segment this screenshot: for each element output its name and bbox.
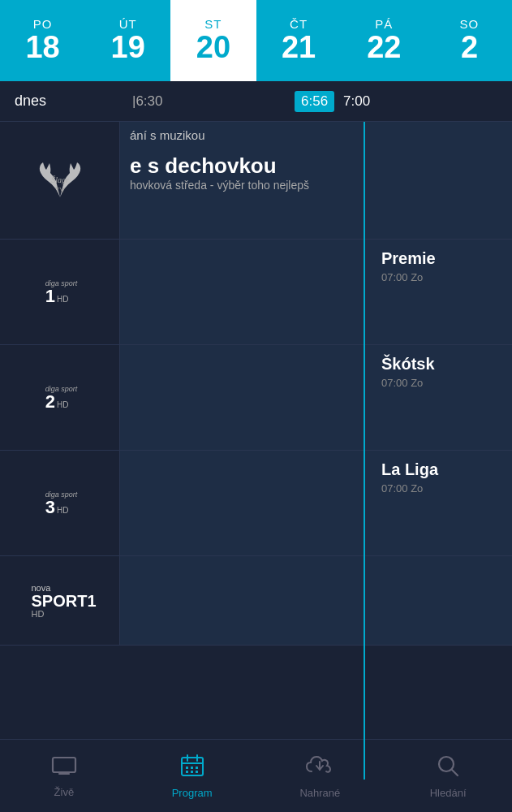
digi2-logo-area: diga sport 2 HD — [0, 345, 120, 450]
time-630: |6:30 — [124, 93, 163, 110]
digi1-prog-title: Premie — [381, 249, 504, 268]
nav-recorded-label: Nahrané — [299, 787, 340, 799]
stag-logo-area: Šlagr TV — [0, 122, 120, 239]
svg-line-17 — [452, 770, 458, 775]
stag-first-program: ání s muzikou — [120, 122, 512, 145]
novasport1-logo-area: nova SPORT1 HD — [0, 556, 120, 645]
digi3-logo-area: diga sport 3 HD — [0, 451, 120, 555]
nav-live-label: Živě — [54, 786, 75, 798]
day-ct[interactable]: ČT 21 — [256, 0, 342, 81]
content-area: Šlagr TV ání s muzikou e s dechovkou hov… — [0, 122, 512, 780]
day-header: PO 18 ÚT 19 ST 20 ČT 21 PÁ 22 SO 2 — [0, 0, 512, 81]
day-so[interactable]: SO 2 — [427, 0, 512, 81]
nav-search[interactable]: Hledání — [384, 754, 512, 799]
digi1-empty-block — [120, 240, 372, 344]
cloud-icon — [305, 754, 334, 784]
digi1-prog-time: 07:00 Zo — [381, 271, 504, 283]
bottom-nav: Živě Program — [0, 739, 512, 812]
stag-prog-subtitle: hovková středa - výběr toho nejlepš — [130, 179, 502, 192]
day-ut[interactable]: ÚT 19 — [85, 0, 170, 81]
svg-rect-12 — [186, 771, 188, 773]
nav-recorded[interactable]: Nahrané — [256, 754, 385, 799]
channel-row-stag[interactable]: Šlagr TV ání s muzikou e s dechovkou hov… — [0, 122, 512, 240]
svg-rect-11 — [196, 767, 198, 769]
day-pa[interactable]: PÁ 22 — [342, 0, 427, 81]
calendar-icon — [180, 754, 204, 784]
timeline-times: |6:30 6:56 7:00 — [120, 81, 512, 121]
time-current: 6:56 — [295, 91, 334, 112]
svg-rect-10 — [191, 767, 193, 769]
day-po[interactable]: PO 18 — [0, 0, 85, 81]
search-icon — [436, 754, 460, 784]
novasport1-program-area[interactable] — [120, 556, 512, 645]
nav-program[interactable]: Program — [128, 754, 256, 799]
svg-rect-14 — [196, 771, 198, 773]
digi1-program-area[interactable]: Premie 07:00 Zo — [120, 240, 512, 344]
digi3-program-card[interactable]: La Liga 07:00 Zo — [372, 451, 512, 555]
time-700: 7:00 — [343, 93, 370, 110]
digi2-prog-title: Škótsk — [381, 355, 504, 374]
digi2-empty-block — [120, 345, 372, 450]
channel-row-digi3[interactable]: diga sport 3 HD La Liga 07:00 Zo — [0, 451, 512, 556]
svg-text:Šlagr: Šlagr — [51, 175, 69, 184]
svg-rect-9 — [186, 767, 188, 769]
novasport1-logo: nova SPORT1 HD — [23, 583, 96, 619]
today-label: dnes — [0, 93, 120, 110]
tv-icon — [51, 754, 77, 783]
digi2-prog-time: 07:00 Zo — [381, 377, 504, 389]
channel-row-digi1[interactable]: diga sport 1 HD Premie 07:00 Zo — [0, 240, 512, 345]
digi3-program-area[interactable]: La Liga 07:00 Zo — [120, 451, 512, 555]
nav-search-label: Hledání — [430, 787, 467, 799]
stag-program-area[interactable]: ání s muzikou e s dechovkou hovková stře… — [120, 122, 512, 239]
digi2-program-card[interactable]: Škótsk 07:00 Zo — [372, 345, 512, 450]
nav-program-label: Program — [172, 787, 213, 799]
nav-live[interactable]: Živě — [0, 754, 128, 798]
svg-rect-2 — [53, 758, 75, 772]
svg-rect-13 — [191, 771, 193, 773]
digi3-prog-title: La Liga — [381, 460, 504, 479]
svg-text:TV: TV — [55, 186, 65, 194]
digi1-logo-area: diga sport 1 HD — [0, 240, 120, 344]
stag-main-program: e s dechovkou hovková středa - výběr toh… — [120, 145, 512, 195]
channel-row-novasport1[interactable]: nova SPORT1 HD — [0, 556, 512, 646]
digi2-program-area[interactable]: Škótsk 07:00 Zo — [120, 345, 512, 450]
digi3-prog-time: 07:00 Zo — [381, 482, 504, 495]
channel-row-digi2[interactable]: diga sport 2 HD Škótsk 07:00 Zo — [0, 345, 512, 451]
stag-tv-logo: Šlagr TV — [32, 158, 88, 203]
timeline-bar: dnes |6:30 6:56 7:00 — [0, 81, 512, 122]
digi1-program-card[interactable]: Premie 07:00 Zo — [372, 240, 512, 344]
stag-prog-title: e s dechovkou — [130, 153, 502, 179]
digi3-empty-block — [120, 451, 372, 555]
day-st[interactable]: ST 20 — [170, 0, 256, 81]
